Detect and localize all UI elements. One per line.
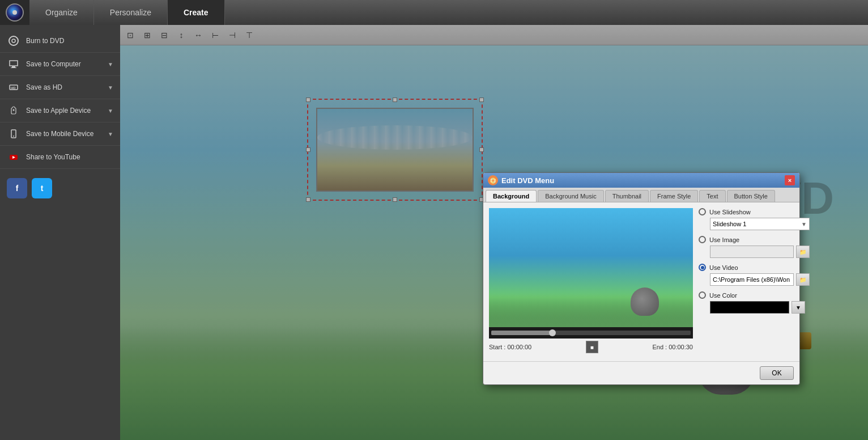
- image-input-row: 📁: [699, 246, 810, 258]
- preview-end-label: End : 00:00:30: [652, 344, 693, 350]
- tab-background-music[interactable]: Background Music: [538, 190, 604, 202]
- slideshow-dropdown-row: Slideshow 1 ▼: [699, 218, 810, 230]
- preview-progress-thumb: [549, 329, 556, 336]
- svg-rect-3: [12, 66, 15, 67]
- use-color-row: Use Color: [699, 291, 810, 299]
- modal-title-icon: 📀: [488, 175, 498, 185]
- tab-organize[interactable]: Organize: [29, 0, 94, 25]
- disc-icon: [7, 34, 20, 48]
- tab-frame-style[interactable]: Frame Style: [650, 190, 698, 202]
- use-video-radio[interactable]: [699, 264, 706, 271]
- save-computer-arrow: ▼: [108, 61, 113, 67]
- social-icons: f t: [0, 171, 120, 205]
- preview-stop-button[interactable]: [586, 341, 598, 353]
- svg-point-0: [9, 36, 18, 45]
- preview-flowers: [489, 293, 693, 327]
- use-video-label: Use Video: [709, 264, 738, 271]
- save-hd-arrow: ▼: [108, 84, 113, 91]
- facebook-button[interactable]: f: [7, 178, 27, 198]
- color-swatch[interactable]: [710, 301, 789, 314]
- disc-icon: [6, 3, 24, 22]
- hd-icon: HD: [7, 81, 20, 94]
- main-layout: Burn to DVD Save to Computer ▼ HD Save a…: [0, 25, 868, 440]
- sidebar-item-save-hd[interactable]: HD Save as HD ▼: [0, 76, 120, 99]
- mobile-icon: [7, 127, 20, 141]
- preview-time-row: Start : 00:00:00 End : 00:00:30: [489, 339, 693, 356]
- modal-title: Edit DVD Menu: [501, 176, 785, 185]
- edit-dvd-menu-dialog: 📀 Edit DVD Menu × Background Background …: [483, 172, 800, 385]
- sidebar-item-share-youtube[interactable]: Share to YouTube: [0, 146, 120, 169]
- app-logo: [0, 0, 29, 25]
- preview-progress-bar[interactable]: [491, 331, 691, 335]
- sidebar-item-burn-dvd[interactable]: Burn to DVD: [0, 29, 120, 53]
- video-browse-button[interactable]: 📁: [796, 273, 810, 286]
- svg-rect-2: [10, 61, 18, 66]
- color-input-row: ▼: [699, 301, 810, 314]
- use-slideshow-radio[interactable]: [699, 208, 706, 215]
- apple-icon: [7, 104, 20, 117]
- computer-icon: [7, 57, 20, 71]
- tab-personalize[interactable]: Personalize: [94, 0, 168, 25]
- preview-rock: [631, 287, 659, 316]
- preview-screen: [489, 208, 693, 327]
- video-path-input[interactable]: [710, 273, 794, 286]
- tab-create[interactable]: Create: [168, 0, 225, 25]
- dropdown-arrow: ▼: [801, 221, 807, 227]
- preview-start-label: Start : 00:00:00: [489, 344, 531, 350]
- slideshow-dropdown[interactable]: Slideshow 1 ▼: [710, 218, 810, 230]
- use-slideshow-label: Use Slideshow: [709, 209, 751, 215]
- svg-text:HD: HD: [11, 86, 16, 90]
- modal-titlebar: 📀 Edit DVD Menu ×: [483, 173, 799, 188]
- video-input-row: 📁: [699, 273, 810, 286]
- sidebar-item-save-apple[interactable]: Save to Apple Device ▼: [0, 99, 120, 122]
- canvas-area: ⊡ ⊞ ⊟ ↕ ↔ ⊢ ⊣ ⊤ to DVD: [120, 25, 868, 440]
- svg-point-7: [13, 109, 15, 111]
- tab-background[interactable]: Background: [486, 190, 537, 202]
- video-preview: Start : 00:00:00 End : 00:00:30: [489, 208, 693, 356]
- top-nav: Organize Personalize Create: [0, 0, 868, 25]
- youtube-icon: [7, 150, 20, 164]
- use-color-label: Use Color: [709, 292, 737, 299]
- image-browse-button[interactable]: 📁: [796, 246, 810, 258]
- modal-tabs: Background Background Music Thumbnail Fr…: [483, 188, 799, 202]
- sidebar-item-save-mobile[interactable]: Save to Mobile Device ▼: [0, 122, 120, 146]
- modal-close-button[interactable]: ×: [785, 175, 795, 185]
- sidebar: Burn to DVD Save to Computer ▼ HD Save a…: [0, 25, 120, 440]
- use-image-radio[interactable]: [699, 236, 706, 243]
- color-picker-button[interactable]: ▼: [792, 301, 805, 314]
- preview-controls: [489, 327, 693, 339]
- ok-button[interactable]: OK: [760, 366, 794, 380]
- sidebar-item-save-computer[interactable]: Save to Computer ▼: [0, 53, 120, 76]
- use-color-radio[interactable]: [699, 291, 706, 299]
- use-video-row: Use Video: [699, 264, 810, 271]
- use-slideshow-row: Use Slideshow: [699, 208, 810, 215]
- modal-body: Start : 00:00:00 End : 00:00:30: [483, 202, 799, 361]
- svg-point-1: [12, 39, 15, 43]
- use-image-label: Use Image: [709, 236, 739, 243]
- twitter-button[interactable]: t: [32, 178, 52, 198]
- modal-footer: OK: [483, 361, 799, 384]
- svg-point-9: [13, 136, 14, 137]
- svg-rect-4: [11, 67, 16, 68]
- use-image-row: Use Image: [699, 236, 810, 243]
- tab-text[interactable]: Text: [699, 190, 725, 202]
- options-panel: Use Slideshow Slideshow 1 ▼: [699, 208, 810, 356]
- image-path-input[interactable]: [710, 246, 794, 258]
- save-apple-arrow: ▼: [108, 108, 113, 114]
- save-mobile-arrow: ▼: [108, 131, 113, 137]
- preview-progress-fill: [491, 331, 551, 335]
- tab-button-style[interactable]: Button Style: [727, 190, 775, 202]
- tab-thumbnail[interactable]: Thumbnail: [605, 190, 649, 202]
